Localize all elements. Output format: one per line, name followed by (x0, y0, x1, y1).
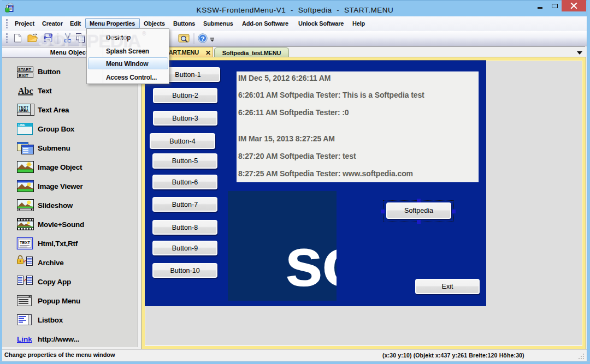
svg-text:Abc: Abc (18, 86, 33, 96)
svg-text:TEXT: TEXT (20, 241, 31, 244)
svg-text:?: ? (200, 35, 204, 42)
svg-text:AREA: AREA (19, 109, 28, 112)
svg-text:START: START (18, 67, 31, 72)
svg-text:Link: Link (17, 335, 32, 343)
svg-text:LINE: LINE (19, 123, 26, 127)
svg-text:EXIT: EXIT (19, 73, 28, 78)
